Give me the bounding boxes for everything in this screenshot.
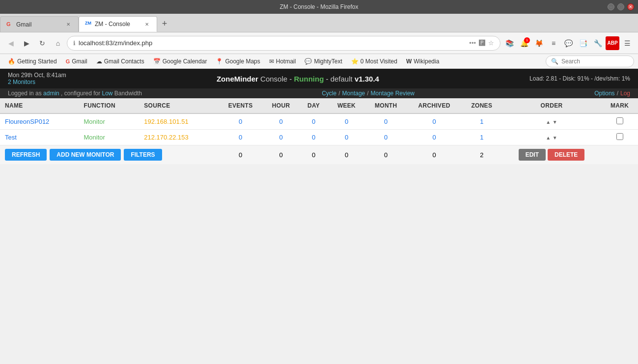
window-title: ZM - Console - Mozilla Firefox: [279, 3, 358, 10]
tab-gmail-label: Gmail: [16, 21, 31, 28]
row2-order-up[interactable]: ▲: [546, 135, 551, 140]
zm-montage-link[interactable]: Montage: [342, 90, 365, 97]
menu-icon[interactable]: ☰: [620, 36, 634, 50]
row2-month-link[interactable]: 0: [384, 134, 388, 141]
row1-hour-link[interactable]: 0: [279, 118, 283, 125]
abp-icon[interactable]: ABP: [606, 36, 619, 50]
table-row: FloureonSP012 Monitor 192.168.101.51 0 0…: [0, 113, 638, 130]
add-monitor-button[interactable]: ADD NEW MONITOR: [50, 149, 121, 161]
bookmark-most-visited[interactable]: ⭐ 0 Most Visited: [347, 56, 401, 66]
reader-icon[interactable]: ≡: [547, 36, 560, 50]
row2-zones-link[interactable]: 1: [480, 134, 483, 141]
history-icon[interactable]: 📚: [502, 36, 516, 50]
col-day: DAY: [299, 98, 328, 113]
row2-day-link[interactable]: 0: [312, 134, 315, 141]
tab-bar: G Gmail ✕ ZM ZM - Console ✕ +: [0, 14, 638, 32]
zm-monitors-link[interactable]: 2 Monitors: [8, 79, 35, 85]
tab-gmail[interactable]: G Gmail ✕: [0, 16, 79, 32]
row1-source-link[interactable]: 192.168.101.51: [144, 118, 188, 125]
tab-gmail-close[interactable]: ✕: [64, 21, 72, 28]
row2-archived-link[interactable]: 0: [433, 134, 436, 141]
zm-username[interactable]: admin: [43, 90, 59, 97]
row1-checkbox[interactable]: [616, 117, 623, 124]
google-maps-favicon: 📍: [216, 58, 223, 65]
row2-mark: [601, 130, 638, 145]
bookmarks-icon[interactable]: 📑: [576, 36, 590, 50]
col-week: WEEK: [328, 98, 365, 113]
bookmark-mightytext[interactable]: 💬 MightyText: [301, 56, 346, 66]
bookmark-google-maps-label: Google Maps: [225, 58, 260, 65]
row2-checkbox[interactable]: [616, 133, 623, 140]
row1-day-link[interactable]: 0: [312, 118, 315, 125]
firefox-icon[interactable]: 🦊: [532, 36, 546, 50]
row2-source-link[interactable]: 212.170.22.153: [144, 134, 188, 141]
row2-events-link[interactable]: 0: [239, 134, 242, 141]
bookmark-gmail-label: Gmail: [72, 58, 87, 65]
row1-month-link[interactable]: 0: [384, 118, 388, 125]
star-icon[interactable]: ☆: [488, 39, 494, 47]
row1-function-link[interactable]: Monitor: [84, 118, 105, 125]
zm-montage-review-link[interactable]: Montage Review: [371, 90, 415, 97]
zm-bandwidth[interactable]: Low: [102, 90, 113, 97]
zm-options-link[interactable]: Options: [594, 90, 614, 97]
row2-function: Monitor: [79, 130, 139, 145]
row1-source: 192.168.101.51: [139, 113, 218, 130]
footer-hour: 0: [263, 145, 299, 165]
row2-hour-link[interactable]: 0: [279, 134, 283, 141]
delete-button[interactable]: DELETE: [548, 149, 584, 161]
back-button[interactable]: ◀: [4, 36, 18, 50]
reload-button[interactable]: ↻: [35, 36, 49, 50]
row1-order: ▲ ▼: [502, 113, 601, 130]
tab-zm[interactable]: ZM ZM - Console ✕: [79, 16, 157, 32]
zm-nav-links: Cycle / Montage / Montage Review: [322, 90, 415, 97]
row1-order-down[interactable]: ▼: [553, 119, 557, 125]
pocket-icon[interactable]: 🅿: [479, 39, 485, 47]
bookmark-wikipedia[interactable]: W Wikipedia: [402, 56, 443, 66]
bookmark-google-maps[interactable]: 📍 Google Maps: [212, 56, 264, 66]
row1-name-link[interactable]: FloureonSP012: [5, 118, 49, 125]
row2-name-link[interactable]: Test: [5, 134, 17, 141]
row1-archived-link[interactable]: 0: [433, 118, 436, 125]
row2-order-down[interactable]: ▼: [553, 135, 557, 140]
bookmark-getting-started[interactable]: 🔥 Getting Started: [4, 56, 61, 66]
tab-zm-close[interactable]: ✕: [143, 20, 151, 28]
maximize-button[interactable]: □: [617, 3, 624, 10]
window-controls[interactable]: – □ ✕: [608, 3, 634, 10]
more-button[interactable]: •••: [469, 39, 476, 47]
zm-datetime: Mon 29th Oct, 8:41am: [8, 72, 66, 79]
row1-zones-link[interactable]: 1: [480, 118, 483, 125]
refresh-button[interactable]: REFRESH: [5, 149, 47, 161]
edit-button[interactable]: EDIT: [519, 149, 546, 161]
bookmark-hotmail[interactable]: ✉ Hotmail: [265, 56, 300, 66]
address-bar[interactable]: ℹ localhost:83/zm/index.php ••• 🅿 ☆: [67, 36, 500, 51]
new-tab-button[interactable]: +: [157, 16, 172, 31]
row2-hour: 0: [263, 130, 299, 145]
row1-events-link[interactable]: 0: [239, 118, 242, 125]
bookmark-google-calendar-label: Google Calendar: [163, 58, 207, 65]
zm-log-link[interactable]: Log: [620, 90, 630, 97]
row1-zones: 1: [462, 113, 502, 130]
row2-week-link[interactable]: 0: [345, 134, 348, 141]
zm-bandwidth-suffix: Bandwidth: [114, 90, 142, 97]
row1-week-link[interactable]: 0: [345, 118, 348, 125]
chat-icon[interactable]: 💬: [561, 36, 575, 50]
bookmark-gmail-contacts[interactable]: ☁ Gmail Contacts: [92, 56, 148, 66]
forward-button[interactable]: ▶: [20, 36, 33, 50]
col-order: ORDER: [502, 98, 601, 113]
notification-icon[interactable]: 🔔 1: [517, 36, 531, 50]
zm-cycle-link[interactable]: Cycle: [322, 90, 336, 97]
minimize-button[interactable]: –: [608, 3, 614, 10]
bookmark-gmail[interactable]: G Gmail: [62, 56, 91, 66]
ext1-icon[interactable]: 🔧: [591, 36, 605, 50]
row1-order-up[interactable]: ▲: [546, 119, 551, 125]
home-button[interactable]: ⌂: [51, 36, 65, 50]
filters-button[interactable]: FILTERS: [124, 149, 162, 161]
close-button[interactable]: ✕: [627, 3, 634, 10]
row2-function-link[interactable]: Monitor: [84, 134, 105, 141]
row1-day: 0: [299, 113, 328, 130]
zm-version: v1.30.4: [355, 75, 379, 83]
search-input[interactable]: [561, 58, 625, 65]
row2-events: 0: [218, 130, 263, 145]
bookmark-mightytext-label: MightyText: [314, 58, 342, 65]
bookmark-google-calendar[interactable]: 📅 Google Calendar: [149, 56, 211, 66]
